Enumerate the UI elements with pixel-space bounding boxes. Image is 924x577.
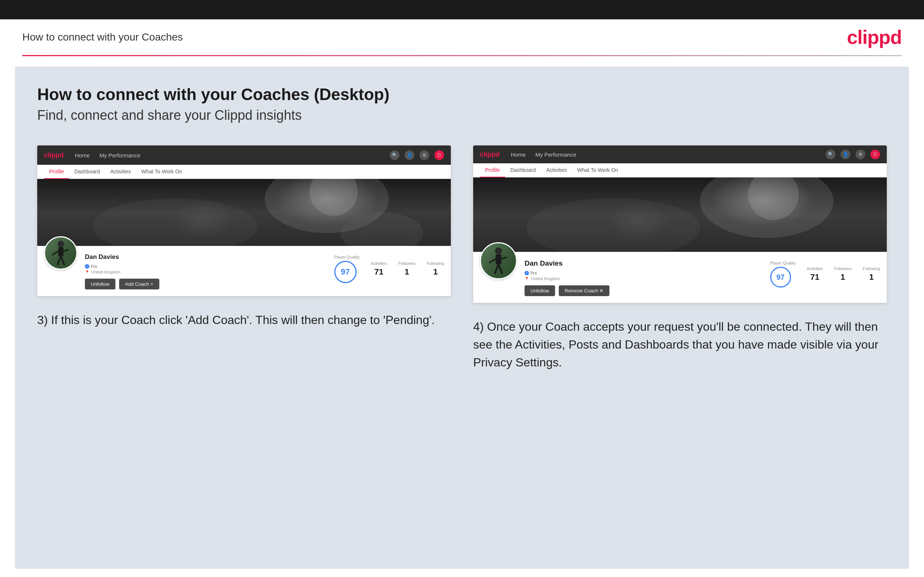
user-icon-2: 👤 [841,150,850,159]
golfer-svg-2 [487,247,510,275]
user-icon-1: 👤 [405,150,414,160]
player-quality-stat-1: Player Quality 97 [334,255,360,283]
clippd-logo: clippd [847,26,901,48]
location-icon-2: 📍 [525,277,529,281]
following-stat-1: Following 1 [427,261,444,277]
page-header: How to connect with your Coaches clippd [0,19,924,55]
search-icon-2: 🔍 [826,150,835,159]
bell-icon-1: ⚙ [420,150,429,160]
unfollow-button-2[interactable]: Unfollow [525,285,555,296]
svg-line-18 [501,258,506,259]
avatar-container-2 [480,242,517,279]
tab-dashboard-1[interactable]: Dashboard [69,165,105,179]
add-coach-button-1[interactable]: Add Coach + [119,279,159,289]
app-logo-2: clippd [480,151,499,158]
quality-circle-2: 97 [770,267,791,288]
svg-rect-14 [496,255,501,264]
nav-my-performance-1: My Performance [99,152,141,158]
svg-line-9 [63,250,68,251]
description-area-2: 4) Once your Coach accepts your request … [473,318,887,371]
description-text-1: 3) If this is your Coach click 'Add Coac… [37,311,451,329]
bell-icon-2: ⚙ [856,150,865,159]
profile-location-1: 📍 United Kingdom [85,270,265,274]
following-stat-2: Following 1 [863,266,880,282]
app-screenshot-1: clippd Home My Performance 🔍 👤 ⚙ D Profi… [37,145,451,296]
avatar-container-1 [44,236,78,270]
player-quality-stat-2: Player Quality 97 [770,261,796,288]
page-title: How to connect with your Coaches [23,31,183,43]
stats-row-1: Player Quality 97 Activities 71 Follower… [265,251,444,283]
main-content: How to connect with your Coaches (Deskto… [15,66,909,569]
app-screenshot-2: clippd Home My Performance 🔍 👤 ⚙ D Profi… [473,145,887,303]
profile-name-2: Dan Davies [525,259,703,268]
svg-point-4 [57,241,64,247]
app-logo-1: clippd [44,152,64,159]
profile-badge-1: ✓ Pro [85,264,97,269]
avatar-2 [480,242,517,279]
activities-stat-1: Activities 71 [371,261,387,277]
app-nav-items-2: Home My Performance [511,152,814,158]
svg-rect-5 [58,247,63,256]
verified-icon-1: ✓ [85,264,89,269]
profile-info-section-1: Dan Davies ✓ Pro 📍 United Kingdom Unfoll… [37,246,451,296]
svg-line-15 [495,264,499,274]
avatar-1 [44,236,78,270]
profile-info-row-2: Dan Davies ✓ Pro 📍 United Kingdom Unfoll… [525,257,880,296]
profile-name-1: Dan Davies [85,253,265,261]
tab-what-to-work-on-2[interactable]: What To Work On [572,163,623,177]
app-navbar-2: clippd Home My Performance 🔍 👤 ⚙ D [473,145,887,163]
profile-location-2: 📍 United Kingdom [525,276,703,281]
verified-icon-2: ✓ [525,271,529,275]
svg-line-17 [489,259,496,263]
avatar-icon-2: D [871,150,880,159]
app-nav-icons-2: 🔍 👤 ⚙ D [826,150,880,159]
app-navbar-1: clippd Home My Performance 🔍 👤 ⚙ D [37,145,451,165]
unfollow-button-1[interactable]: Unfollow [85,279,115,289]
location-icon-1: 📍 [85,270,89,274]
app-nav-icons-1: 🔍 👤 ⚙ D [390,150,444,160]
app-nav-items-1: Home My Performance [75,152,379,158]
quality-circle-1: 97 [334,261,357,283]
action-buttons-1: Unfollow Add Coach + [85,279,265,289]
golfer-svg-1 [51,240,71,266]
app-tabs-1: Profile Dashboard Activities What To Wor… [37,165,451,179]
tab-profile-1[interactable]: Profile [44,165,69,179]
action-buttons-2: Unfollow Remove Coach ✕ [525,285,703,296]
tab-profile-2[interactable]: Profile [480,163,505,177]
profile-banner-2 [473,177,887,252]
description-area-1: 3) If this is your Coach click 'Add Coac… [37,311,451,329]
avatar-icon-1: D [435,150,444,160]
profile-text-1: Dan Davies ✓ Pro 📍 United Kingdom Unfoll… [85,251,265,289]
top-bar [0,0,924,19]
profile-info-row-1: Dan Davies ✓ Pro 📍 United Kingdom Unfoll… [85,251,444,289]
screenshot-panel-2-wrapper: clippd Home My Performance 🔍 👤 ⚙ D Profi… [473,145,887,371]
followers-stat-1: Followers 1 [398,261,415,277]
remove-coach-button[interactable]: Remove Coach ✕ [559,285,610,296]
svg-point-11 [527,198,700,252]
svg-line-8 [52,251,58,255]
app-tabs-2: Profile Dashboard Activities What To Wor… [473,163,887,177]
tab-what-to-work-on-1[interactable]: What To Work On [136,165,187,179]
svg-line-16 [499,264,502,274]
followers-stat-2: Followers 1 [834,266,851,282]
screenshots-grid: clippd Home My Performance 🔍 👤 ⚙ D Profi… [37,145,887,371]
profile-info-section-2: Dan Davies ✓ Pro 📍 United Kingdom Unfoll… [473,252,887,303]
tab-dashboard-2[interactable]: Dashboard [505,163,541,177]
tab-activities-2[interactable]: Activities [541,163,572,177]
profile-badge-2: ✓ Pro [525,271,537,275]
svg-point-1 [92,199,258,246]
svg-line-7 [61,256,64,264]
stats-row-2: Player Quality 97 Activities 71 Follower… [703,257,880,288]
tab-activities-1[interactable]: Activities [105,165,136,179]
header-divider [23,55,901,56]
activities-stat-2: Activities 71 [807,266,823,282]
profile-text-2: Dan Davies ✓ Pro 📍 United Kingdom Unfoll… [525,257,703,296]
description-text-2: 4) Once your Coach accepts your request … [473,318,887,371]
main-heading: How to connect with your Coaches (Deskto… [37,85,887,104]
svg-line-6 [57,256,61,264]
banner-svg-1 [37,179,451,246]
screenshot-panel-1: clippd Home My Performance 🔍 👤 ⚙ D Profi… [37,145,451,371]
profile-banner-1 [37,179,451,246]
banner-svg-2 [473,177,887,252]
svg-point-13 [495,247,502,255]
